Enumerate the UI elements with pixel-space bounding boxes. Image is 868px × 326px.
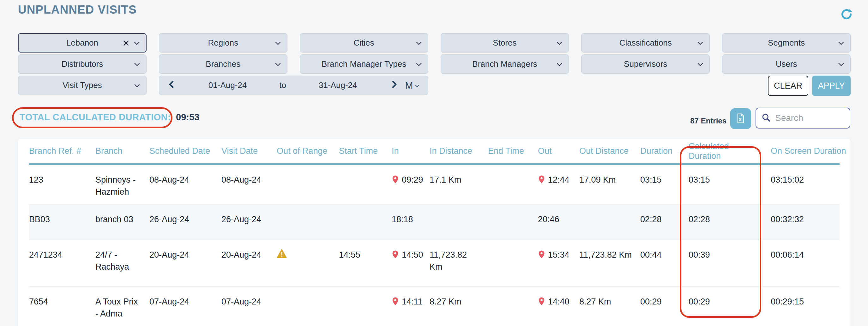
cell-branch-ref: 2471234 — [29, 240, 95, 287]
granularity-dropdown[interactable]: M — [405, 80, 420, 91]
date-from[interactable]: 01-Aug-24 — [176, 80, 280, 90]
cell-end-time — [488, 164, 538, 204]
cell-branch-ref: BB03 — [29, 204, 95, 240]
location-pin-icon[interactable] — [392, 175, 399, 184]
filter-branch-managers-dropdown[interactable]: Branch Managers — [441, 54, 569, 74]
filter-users-label: Users — [776, 59, 797, 69]
filter-bar: Lebanon Regions Cities Stores Classifica… — [18, 33, 850, 96]
location-pin-icon[interactable] — [392, 297, 399, 306]
filter-branch-manager-types-label: Branch Manager Types — [321, 59, 406, 69]
entries-count: 87 Entries — [670, 116, 726, 125]
filter-users-dropdown[interactable]: Users — [722, 54, 850, 74]
filter-visit-types-dropdown[interactable]: Visit Types — [18, 76, 147, 95]
cell-out-distance: 17.09 Km — [579, 164, 640, 204]
chevron-down-icon — [274, 60, 282, 69]
chevron-down-icon — [696, 60, 704, 69]
filter-stores-dropdown[interactable]: Stores — [441, 33, 569, 53]
clear-button[interactable]: CLEAR — [768, 76, 808, 96]
chevron-left-icon — [167, 80, 176, 91]
cell-branch: branch 03 — [95, 204, 149, 240]
cell-branch-ref: 7654 — [29, 287, 95, 326]
filter-country-label: Lebanon — [66, 38, 98, 48]
refresh-icon — [840, 17, 853, 22]
filter-branch-manager-types-dropdown[interactable]: Branch Manager Types — [300, 54, 428, 74]
cell-on-screen-duration: 00:06:14 — [771, 240, 840, 287]
chevron-right-icon — [390, 80, 398, 91]
date-to[interactable]: 31-Aug-24 — [286, 80, 390, 90]
col-header-in-distance[interactable]: In Distance — [430, 139, 488, 164]
location-pin-icon[interactable] — [392, 250, 399, 259]
cell-in: 14:11 — [392, 287, 430, 326]
col-header-out[interactable]: Out — [538, 139, 579, 164]
cell-duration: 02:28 — [640, 204, 689, 240]
filter-regions-dropdown[interactable]: Regions — [159, 33, 287, 53]
filter-segments-dropdown[interactable]: Segments — [722, 33, 850, 53]
total-calculated-duration: TOTAL CALCULATED DURATION: 09:53 — [20, 112, 199, 123]
filter-segments-label: Segments — [768, 38, 805, 48]
location-pin-icon[interactable] — [538, 250, 545, 259]
in-time: 09:29 — [402, 174, 423, 186]
col-header-start-time[interactable]: Start Time — [339, 139, 392, 164]
filter-branch-managers-label: Branch Managers — [472, 59, 537, 69]
cell-scheduled-date: 07-Aug-24 — [149, 287, 221, 326]
table-row: 123 Spinneys - Hazmieh 08-Aug-24 08-Aug-… — [29, 164, 840, 204]
filter-stores-label: Stores — [493, 38, 517, 48]
chevron-down-icon — [133, 81, 141, 89]
cell-calculated-duration: 02:28 — [689, 204, 771, 240]
location-pin-icon[interactable] — [538, 175, 545, 184]
export-excel-button[interactable]: X — [730, 108, 751, 129]
previous-period-button[interactable] — [167, 80, 176, 91]
cell-visit-date: 08-Aug-24 — [221, 164, 277, 204]
cell-duration: 00:29 — [640, 287, 689, 326]
col-header-branch[interactable]: Branch — [95, 139, 149, 164]
visits-table-card: Branch Ref. # Branch Scheduled Date Visi… — [18, 139, 850, 326]
cell-out: 14:40 — [538, 287, 579, 326]
cell-end-time — [488, 240, 538, 287]
page-title: UNPLANNED VISITS — [18, 3, 137, 17]
cell-in-distance: 17.1 Km — [430, 164, 488, 204]
cell-out-of-range — [277, 164, 339, 204]
chevron-down-icon — [415, 60, 423, 69]
cell-visit-date: 20-Aug-24 — [221, 240, 277, 287]
col-header-calculated-duration[interactable]: Calculated Duration — [689, 139, 771, 164]
chevron-down-icon — [555, 39, 563, 47]
col-header-scheduled-date[interactable]: Scheduled Date — [149, 139, 221, 164]
filter-classifications-label: Classifications — [619, 38, 672, 48]
cell-in: 14:50 — [392, 240, 430, 287]
granularity-value: M — [405, 80, 413, 91]
cell-out-distance: 8.27 Km — [579, 287, 640, 326]
refresh-button[interactable] — [840, 8, 854, 22]
apply-button[interactable]: APPLY — [812, 76, 850, 96]
location-pin-icon[interactable] — [538, 297, 545, 306]
search-icon — [761, 113, 771, 124]
cell-end-time — [488, 204, 538, 240]
cell-start-time — [339, 204, 392, 240]
filter-branches-dropdown[interactable]: Branches — [159, 54, 287, 74]
cell-scheduled-date: 08-Aug-24 — [149, 164, 221, 204]
cell-branch-ref: 123 — [29, 164, 95, 204]
date-range-picker[interactable]: 01-Aug-24 to 31-Aug-24 M — [159, 76, 428, 95]
col-header-visit-date[interactable]: Visit Date — [221, 139, 277, 164]
filter-cities-dropdown[interactable]: Cities — [300, 33, 428, 53]
filter-supervisors-dropdown[interactable]: Supervisors — [581, 54, 710, 74]
search-input[interactable] — [775, 113, 845, 124]
cell-in: 18:18 — [392, 204, 430, 240]
col-header-out-distance[interactable]: Out Distance — [579, 139, 640, 164]
col-header-in[interactable]: In — [392, 139, 430, 164]
col-header-out-of-range[interactable]: Out of Range — [277, 139, 339, 164]
next-period-button[interactable] — [390, 80, 398, 91]
cell-on-screen-duration: 03:15:02 — [771, 164, 840, 204]
col-header-branch-ref[interactable]: Branch Ref. # — [29, 139, 95, 164]
filter-distributors-dropdown[interactable]: Distributors — [18, 54, 147, 74]
close-icon[interactable] — [123, 39, 129, 47]
col-header-duration[interactable]: Duration — [640, 139, 689, 164]
table-row: BB03 branch 03 26-Aug-24 26-Aug-24 18:18… — [29, 204, 840, 240]
cell-end-time — [488, 287, 538, 326]
col-header-end-time[interactable]: End Time — [488, 139, 538, 164]
excel-file-icon: X — [735, 113, 746, 125]
cell-in: 09:29 — [392, 164, 430, 204]
filter-country-dropdown[interactable]: Lebanon — [18, 33, 147, 53]
col-header-on-screen-duration[interactable]: On Screen Duration — [771, 139, 840, 164]
table-row: 7654 A Toux Prix - Adma 07-Aug-24 07-Aug… — [29, 287, 840, 326]
filter-classifications-dropdown[interactable]: Classifications — [581, 33, 710, 53]
